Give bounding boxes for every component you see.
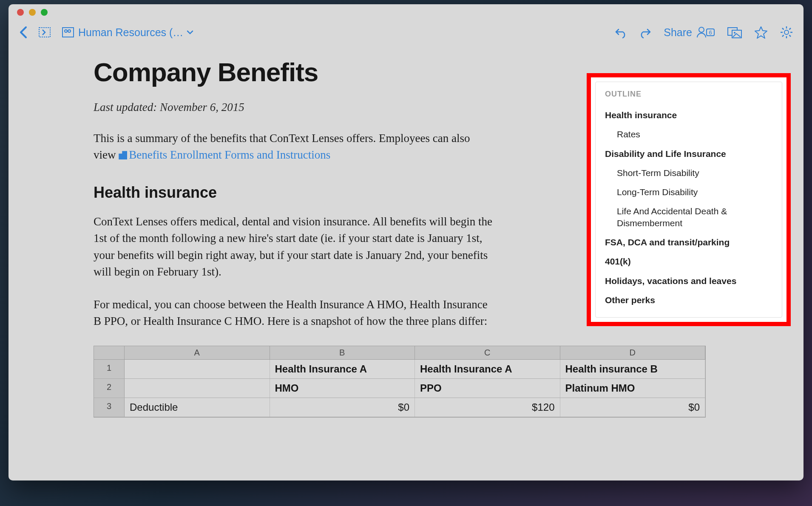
- chevron-left-icon: [19, 26, 28, 39]
- undo-icon: [614, 26, 627, 39]
- titlebar: [9, 4, 803, 20]
- breadcrumb[interactable]: Human Resources (…: [61, 26, 193, 39]
- body-paragraph-2: For medical, you can choose between the …: [94, 296, 493, 330]
- gear-icon: [780, 26, 793, 39]
- cell[interactable]: $0: [270, 398, 415, 417]
- body-paragraph-1: ConText Lenses offers medical, dental an…: [94, 213, 493, 280]
- outline-highlight-box: OUTLINE Health insuranceRatesDisability …: [587, 73, 791, 326]
- cell[interactable]: HMO: [270, 379, 415, 398]
- col-header[interactable]: A: [125, 346, 270, 359]
- cell[interactable]: Health insurance B: [560, 360, 706, 378]
- close-window-button[interactable]: [17, 9, 24, 16]
- sidebar-icon: [38, 26, 51, 39]
- document-icon: [119, 151, 127, 159]
- redo-icon: [639, 26, 652, 39]
- svg-point-8: [734, 32, 735, 34]
- outline-item[interactable]: Short-Term Disability: [605, 163, 772, 182]
- col-header[interactable]: C: [415, 346, 560, 359]
- outline-item[interactable]: Long-Term Disability: [605, 182, 772, 202]
- spreadsheet[interactable]: A B C D 1 Health Insurance A Health Insu…: [94, 346, 706, 418]
- svg-point-9: [784, 30, 789, 34]
- chevron-down-icon: [187, 30, 193, 35]
- app-window: Human Resources (… Share 6: [9, 4, 803, 480]
- column-header-row: A B C D: [94, 346, 705, 360]
- people-icon: 6: [696, 26, 715, 39]
- outline-panel: OUTLINE Health insuranceRatesDisability …: [595, 82, 782, 318]
- outline-item[interactable]: 401(k): [605, 252, 772, 271]
- cell[interactable]: [125, 379, 270, 398]
- svg-point-2: [65, 30, 67, 32]
- svg-rect-1: [62, 28, 74, 37]
- table-row: 1 Health Insurance A Health Insurance A …: [94, 360, 705, 379]
- corner-cell: [94, 346, 125, 359]
- outline-item[interactable]: Holidays, vacations and leaves: [605, 271, 772, 290]
- link-text: Benefits Enrollment Forms and Instructio…: [129, 148, 330, 161]
- star-icon: [754, 26, 768, 39]
- cell[interactable]: Health Insurance A: [270, 360, 415, 378]
- table-row: 3 Deductible $0 $120 $0: [94, 398, 705, 417]
- cell[interactable]: [125, 360, 270, 378]
- outline-item[interactable]: Other perks: [605, 290, 772, 310]
- svg-point-3: [68, 30, 71, 32]
- cell[interactable]: Platinum HMO: [560, 379, 706, 398]
- cell[interactable]: $120: [415, 398, 560, 417]
- breadcrumb-label: Human Resources (…: [78, 26, 183, 39]
- cell[interactable]: $0: [560, 398, 706, 417]
- outline-item[interactable]: FSA, DCA and transit/parking: [605, 233, 772, 252]
- intro-paragraph: This is a summary of the benefits that C…: [94, 130, 493, 163]
- table-row: 2 HMO PPO Platinum HMO: [94, 379, 705, 398]
- share-button[interactable]: Share 6: [664, 26, 715, 39]
- cell[interactable]: Deductible: [125, 398, 270, 417]
- settings-button[interactable]: [780, 26, 793, 39]
- row-number[interactable]: 3: [94, 398, 125, 417]
- cell[interactable]: Health Insurance A: [415, 360, 560, 378]
- maximize-window-button[interactable]: [41, 9, 48, 16]
- col-header[interactable]: D: [560, 346, 706, 359]
- outline-item[interactable]: Rates: [605, 125, 772, 144]
- document-content: Company Benefits Last updated: November …: [9, 44, 803, 418]
- minimize-window-button[interactable]: [29, 9, 36, 16]
- outline-item[interactable]: Disability and Life Insurance: [605, 144, 772, 163]
- undo-button[interactable]: [614, 26, 627, 39]
- insert-image-button[interactable]: [727, 26, 742, 39]
- row-number[interactable]: 1: [94, 360, 125, 378]
- outline-item[interactable]: Health insurance: [605, 105, 772, 125]
- sidebar-toggle-button[interactable]: [38, 26, 51, 39]
- outline-title: OUTLINE: [605, 90, 772, 99]
- share-count: 6: [709, 29, 712, 36]
- share-label: Share: [664, 26, 692, 39]
- cell[interactable]: PPO: [415, 379, 560, 398]
- favorite-button[interactable]: [754, 26, 768, 39]
- svg-point-4: [699, 27, 704, 32]
- outline-item[interactable]: Life And Accidental Death & Dismembermen…: [605, 202, 772, 233]
- toolbar: Human Resources (… Share 6: [9, 20, 803, 44]
- redo-button[interactable]: [639, 26, 652, 39]
- row-number[interactable]: 2: [94, 379, 125, 398]
- col-header[interactable]: B: [270, 346, 415, 359]
- image-icon: [727, 26, 742, 39]
- back-button[interactable]: [19, 26, 28, 39]
- folder-icon: [61, 26, 75, 39]
- benefits-link[interactable]: Benefits Enrollment Forms and Instructio…: [119, 148, 330, 161]
